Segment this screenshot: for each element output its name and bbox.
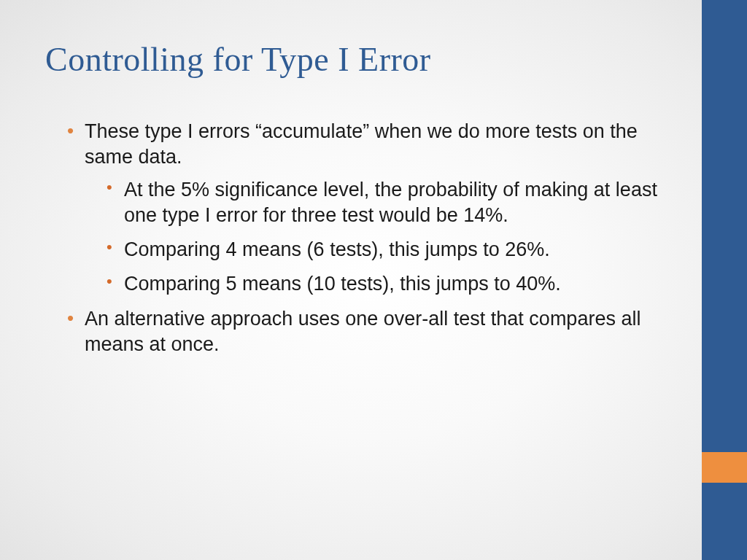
slide-content: Controlling for Type I Error These type … bbox=[45, 40, 681, 366]
bullet-item-1: These type I errors “accumulate” when we… bbox=[67, 119, 681, 298]
bullet-text: These type I errors “accumulate” when we… bbox=[85, 120, 638, 168]
sub-bullet-list: At the 5% significance level, the probab… bbox=[85, 177, 681, 297]
slide-title: Controlling for Type I Error bbox=[45, 40, 681, 79]
sub-bullet-2: Comparing 4 means (6 tests), this jumps … bbox=[107, 237, 681, 262]
sub-bullet-1: At the 5% significance level, the probab… bbox=[107, 177, 681, 228]
bullet-list: These type I errors “accumulate” when we… bbox=[45, 119, 681, 357]
sub-bullet-3: Comparing 5 means (10 tests), this jumps… bbox=[107, 271, 681, 297]
bullet-item-2: An alternative approach uses one over-al… bbox=[67, 306, 681, 357]
decorative-orange-block bbox=[702, 452, 747, 483]
